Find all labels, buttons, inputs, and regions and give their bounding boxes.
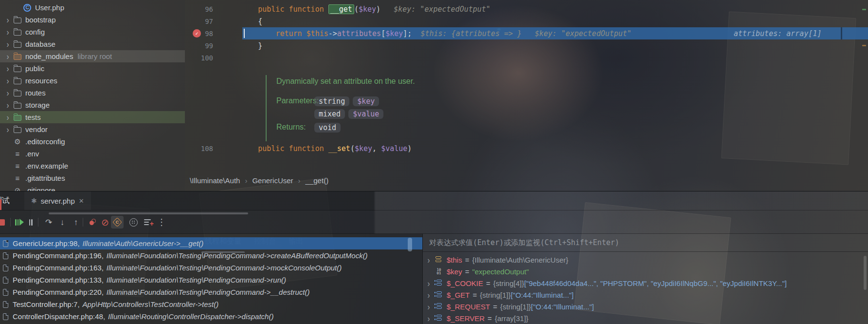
more-icon[interactable]: ⋮	[156, 216, 167, 228]
breakpoint-icon[interactable]: ✓	[193, 29, 201, 38]
variable-value: ["O:44:"Illuminat..."]	[511, 291, 574, 299]
primitive-icon: 1001	[434, 267, 443, 276]
tree-item-routes[interactable]: ›routes	[0, 87, 185, 99]
tree-item-user-php[interactable]: CUser.php	[0, 1, 185, 14]
chevron-right-icon[interactable]: ›	[423, 278, 434, 288]
add-watch-icon[interactable]: +	[142, 216, 154, 228]
tree-item--env[interactable]: ≡.env	[0, 148, 185, 160]
variable-row[interactable]: ›$_SERVER={array[31]}	[423, 312, 868, 324]
frame-row[interactable]: PendingCommand.php:163,Illuminate\Founda…	[0, 262, 422, 274]
variable-row[interactable]: ›$this={Illuminate\Auth\GenericUser}	[423, 254, 868, 266]
chevron-right-icon[interactable]: ›	[3, 125, 13, 133]
chevron-right-icon[interactable]: ›	[423, 302, 434, 311]
tree-item-tests[interactable]: ›tests	[0, 111, 185, 123]
frame-row[interactable]: TestController.php:7,App\Http\Controller…	[0, 298, 422, 310]
stop-icon[interactable]	[0, 216, 7, 228]
frame-row[interactable]: PendingCommand.php:196,Illuminate\Founda…	[0, 249, 422, 262]
debug-session-tab[interactable]: ✱ server.php ✕	[24, 191, 91, 210]
tree-item--gitattributes[interactable]: ≡.gitattributes	[0, 172, 185, 184]
tree-item-public[interactable]: ›public	[0, 62, 185, 75]
frame-row[interactable]: PendingCommand.php:220,Illuminate\Founda…	[0, 286, 422, 298]
breadcrumb-item[interactable]: __get()	[306, 176, 329, 185]
tree-item-label: .env.example	[25, 162, 68, 170]
variables-scrollbar-thumb[interactable]	[864, 256, 867, 290]
view-breakpoints-icon[interactable]	[127, 216, 139, 228]
param-name-chip: $value	[348, 109, 383, 119]
chevron-right-icon[interactable]: ›	[3, 64, 13, 73]
frame-path: App\Http\Controllers\TestController->tes…	[83, 300, 219, 308]
variable-row[interactable]: ›$_GET={string[1]} ["O:44:"Illuminat..."…	[423, 289, 868, 301]
close-icon[interactable]: ✕	[79, 197, 84, 205]
folder-excluded-icon	[13, 53, 22, 60]
tree-item--env-example[interactable]: ≡.env.example	[0, 160, 185, 172]
variable-row[interactable]: ›$_REQUEST={string[1]} ["O:44:"Illuminat…	[423, 301, 868, 312]
code-line: 99 }	[185, 39, 868, 52]
frame-row[interactable]: PendingCommand.php:133,Illuminate\Founda…	[0, 274, 422, 286]
chevron-right-icon[interactable]: ›	[423, 255, 434, 265]
frame-path: Illuminate\Auth\GenericUser->__get()	[83, 239, 204, 248]
chevron-right-icon[interactable]: ›	[3, 16, 13, 24]
equals-sign: =	[473, 291, 477, 299]
chevron-right-icon[interactable]: ›	[423, 290, 434, 300]
array-icon	[434, 303, 443, 310]
tree-item-database[interactable]: ›database	[0, 38, 185, 50]
step-over-icon[interactable]: ↷	[43, 216, 54, 228]
debug-tool-window: 调试 ✱ server.php ✕ ↷↓↑⊘C+⋮ 线程和变量控制台输出 Gen…	[0, 191, 868, 324]
frame-path: Illuminate\Foundation\Testing\PendingCom…	[107, 276, 286, 284]
returns-type-chip: void	[314, 123, 341, 133]
gutter-line-number[interactable]: 98	[185, 30, 223, 38]
evaluate-expression-input[interactable]: 对表达式求值(Enter)或添加监视(Ctrl+Shift+Enter)	[423, 234, 868, 252]
array-icon	[434, 291, 443, 299]
tree-item-storage[interactable]: ›storage	[0, 99, 185, 111]
step-into-icon[interactable]: ↓	[56, 216, 68, 228]
tree-item--editorconfig[interactable]: ⚙.editorconfig	[0, 135, 185, 148]
chevron-right-icon[interactable]: ›	[3, 28, 13, 36]
tree-item-resources[interactable]: ›resources	[0, 75, 185, 87]
tree-item--gitignore[interactable]: ⊘.gitignore	[0, 184, 185, 191]
gutter-line-number[interactable]: 108	[185, 145, 223, 152]
mute-breakpoints-icon[interactable]: ⊘	[99, 216, 111, 228]
editor: 96 public function __get($key) $key: "ex…	[185, 0, 868, 191]
breakpoints-icon[interactable]	[87, 216, 98, 228]
xdebug-icon[interactable]: C	[111, 216, 124, 229]
chevron-right-icon[interactable]: ›	[423, 313, 434, 323]
frame-row[interactable]: GenericUser.php:98,Illuminate\Auth\Gener…	[0, 237, 422, 249]
breadcrumb-item[interactable]: \Illuminate\Auth	[190, 176, 240, 185]
frame-path: Illuminate\Foundation\Testing\PendingCom…	[107, 251, 368, 260]
tree-item-vendor[interactable]: ›vendor	[0, 123, 185, 135]
variable-value: {string[4]}	[493, 279, 524, 287]
resume-icon[interactable]	[14, 216, 25, 228]
code-line: 96 public function __get($key) $key: "ex…	[185, 3, 868, 15]
chevron-right-icon[interactable]: ›	[3, 101, 13, 109]
tree-item-label: .gitignore	[25, 186, 55, 191]
gutter-line-number[interactable]: 99	[185, 42, 223, 50]
text-icon: ≡	[13, 162, 22, 170]
tree-item-bootstrap[interactable]: ›bootstrap	[0, 14, 185, 26]
step-out-icon[interactable]: ↑	[70, 216, 82, 228]
variable-value: {Illuminate\Auth\GenericUser}	[472, 256, 568, 264]
gutter-line-number[interactable]: 97	[185, 18, 223, 25]
chevron-right-icon[interactable]: ›	[3, 113, 13, 121]
tree-item-node-modules[interactable]: ›node_moduleslibrary root	[0, 50, 185, 62]
chevron-right-icon[interactable]: ›	[3, 89, 13, 97]
tree-item-suffix: library root	[77, 52, 112, 60]
tree-item-config[interactable]: ›config	[0, 26, 185, 38]
equals-sign: =	[465, 267, 470, 276]
chevron-right-icon[interactable]: ›	[3, 52, 13, 60]
gutter-line-number[interactable]: 100	[185, 54, 223, 62]
pause-icon[interactable]	[25, 216, 37, 228]
breadcrumb-item[interactable]: GenericUser	[252, 176, 293, 185]
frames-scrollbar-thumb[interactable]	[408, 238, 412, 251]
chevron-right-icon[interactable]: ›	[3, 76, 13, 85]
frame-path: Illuminate\Foundation\Testing\PendingCom…	[107, 264, 342, 272]
gutter-line-number[interactable]: 96	[185, 5, 223, 13]
horizontal-scrollbar-thumb[interactable]	[49, 212, 248, 214]
variable-row[interactable]: ›$_COOKIE={string[4]} ["9eb448f46d04da4.…	[423, 277, 868, 289]
tree-item-label: bootstrap	[25, 16, 56, 24]
chevron-right-icon[interactable]: ›	[3, 40, 13, 48]
equals-sign: =	[465, 256, 470, 264]
equals-sign: =	[493, 303, 497, 311]
code-text: public function __get($key) $key: "expec…	[223, 4, 868, 14]
frame-row[interactable]: ControllerDispatcher.php:48,Illuminate\R…	[0, 310, 422, 323]
variable-row[interactable]: 1001$key="expectedOutput"	[423, 266, 868, 277]
